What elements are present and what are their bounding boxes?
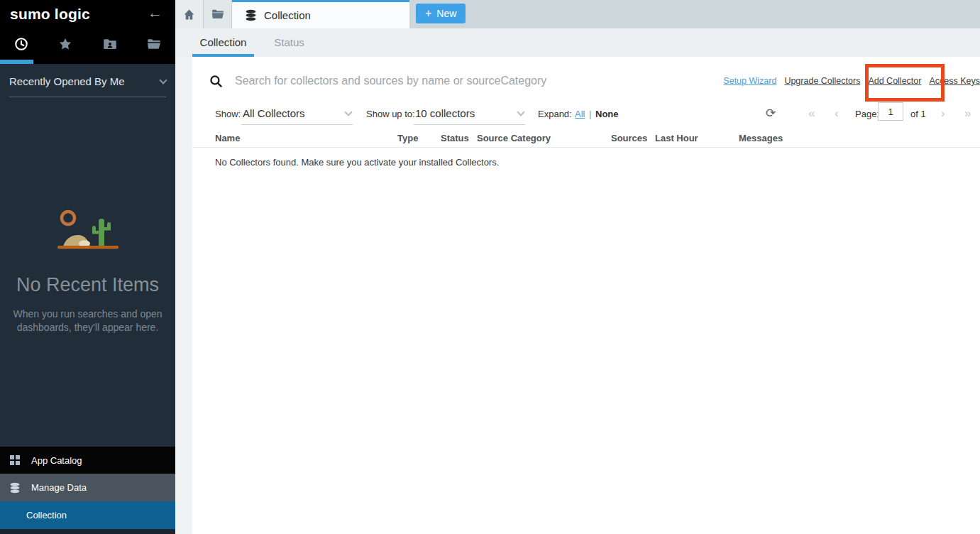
sidebar-bottom-nav: App Catalog Manage Data Collection	[0, 447, 175, 534]
show-collectors-value: All Collectors	[243, 107, 305, 119]
search-icon	[209, 75, 223, 91]
column-header-type[interactable]: Type	[397, 133, 418, 143]
collection-database-icon	[245, 9, 257, 21]
separator: |	[589, 109, 591, 119]
manage-data-label: Manage Data	[31, 482, 87, 493]
library-person-folder-icon[interactable]	[100, 34, 120, 54]
desert-illustration	[45, 207, 131, 251]
chevron-down-icon	[344, 108, 352, 116]
toolbar-links: Setup Wizard Upgrade Collectors Add Coll…	[723, 76, 980, 86]
first-page-icon[interactable]: «	[808, 107, 815, 121]
new-button-label: New	[436, 8, 456, 19]
sidebar-header: sumo logic ←	[0, 0, 175, 64]
no-recent-items-message: When you run searches and open dashboard…	[13, 307, 163, 334]
show-up-to-value: 10 collectors	[415, 107, 475, 119]
prev-page-icon[interactable]: ‹	[835, 107, 839, 121]
favorites-star-icon[interactable]	[55, 34, 75, 54]
sidebar-bottom-strip	[0, 529, 175, 534]
expand-all-link[interactable]: All	[575, 109, 585, 119]
recently-opened-dropdown[interactable]: Recently Opened By Me	[9, 75, 166, 97]
search-input[interactable]	[235, 72, 632, 89]
subtab-collection[interactable]: Collection	[192, 28, 254, 57]
top-tab-bar: Collection + New	[175, 0, 980, 28]
left-sidebar: sumo logic ← Recently Opened By Me	[0, 0, 175, 534]
chevron-down-icon	[159, 76, 167, 84]
show-label: Show:	[215, 109, 241, 119]
setup-wizard-link[interactable]: Setup Wizard	[723, 76, 776, 86]
page-total-label: of 1	[910, 109, 926, 119]
home-icon	[183, 9, 195, 21]
recently-opened-label: Recently Opened By Me	[9, 75, 125, 87]
no-collectors-message: No Collectors found. Make sure you activ…	[215, 157, 499, 168]
app-window: sumo logic ← Recently Opened By Me	[0, 0, 980, 534]
sidebar-item-app-catalog[interactable]: App Catalog	[0, 447, 175, 474]
collection-subtabs: Collection Status	[175, 28, 980, 57]
active-nav-indicator	[0, 60, 33, 64]
show-up-to-label: Show up to:	[366, 109, 415, 119]
last-page-icon[interactable]: »	[964, 107, 971, 121]
column-header-status[interactable]: Status	[441, 133, 469, 143]
database-icon	[9, 482, 21, 494]
collection-panel: Setup Wizard Upgrade Collectors Add Coll…	[192, 57, 980, 534]
home-tab-button[interactable]	[175, 0, 204, 28]
column-header-name[interactable]: Name	[215, 133, 240, 143]
open-folder-icon	[211, 8, 224, 21]
column-header-sources[interactable]: Sources	[611, 133, 647, 143]
tab-collection-label: Collection	[264, 9, 311, 21]
collection-nav-label: Collection	[26, 510, 67, 521]
next-page-icon[interactable]: ›	[941, 107, 945, 121]
column-header-source-category[interactable]: Source Category	[477, 133, 551, 143]
page-label: Page:	[855, 109, 879, 119]
upgrade-collectors-link[interactable]: Upgrade Collectors	[784, 76, 860, 86]
app-catalog-label: App Catalog	[31, 455, 82, 466]
refresh-icon[interactable]: ⟳	[766, 106, 776, 121]
sidebar-nav-icons	[0, 34, 175, 54]
column-header-messages[interactable]: Messages	[739, 133, 783, 143]
plus-icon: +	[425, 7, 431, 20]
sidebar-item-collection[interactable]: Collection	[0, 501, 175, 529]
subtab-status[interactable]: Status	[258, 28, 320, 57]
show-up-to-select[interactable]: 10 collectors	[414, 103, 525, 125]
show-collectors-select[interactable]: All Collectors	[241, 103, 353, 125]
collectors-table-header: Name Type Status Source Category Sources…	[192, 130, 980, 148]
access-keys-link[interactable]: Access Keys	[929, 76, 980, 86]
chevron-down-icon	[517, 108, 524, 116]
page-number-input[interactable]	[878, 102, 903, 121]
expand-none-option[interactable]: None	[595, 109, 619, 119]
folder-tab-button[interactable]	[204, 0, 232, 28]
grid-icon	[9, 454, 21, 466]
new-button[interactable]: + New	[416, 4, 466, 23]
filter-toolbar: Show: All Collectors Show up to: 10 coll…	[192, 102, 980, 124]
no-recent-items-title: No Recent Items	[0, 274, 175, 296]
sidebar-empty-state: No Recent Items When you run searches an…	[0, 207, 175, 334]
recents-clock-icon[interactable]	[11, 34, 31, 54]
collapse-sidebar-icon[interactable]: ←	[148, 4, 163, 21]
column-header-last-hour[interactable]: Last Hour	[655, 133, 698, 143]
folders-open-folder-icon[interactable]	[144, 34, 164, 54]
add-collector-link[interactable]: Add Collector	[868, 76, 921, 86]
sidebar-item-manage-data[interactable]: Manage Data	[0, 474, 175, 501]
tab-collection[interactable]: Collection	[232, 0, 409, 28]
expand-label: Expand:	[538, 109, 572, 119]
